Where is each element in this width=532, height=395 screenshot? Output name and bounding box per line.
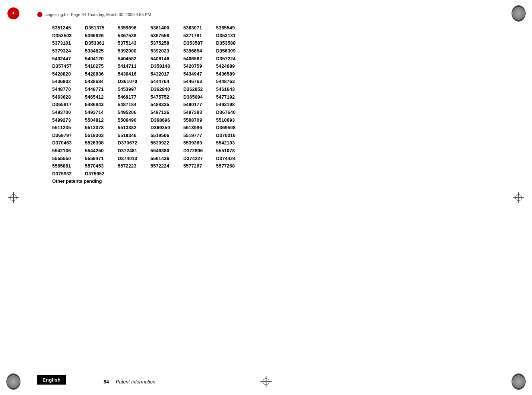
patent-number: D368696 — [151, 117, 183, 124]
mid-left-reg-mark — [7, 191, 20, 204]
patent-row: 55421065544250D3724815546380D37289655510… — [52, 147, 484, 155]
patent-number: 5513078 — [85, 124, 118, 132]
patent-number: D351375 — [85, 24, 118, 32]
patent-number: 5559471 — [85, 155, 118, 163]
patent-number: 5375143 — [118, 39, 151, 47]
patent-number: 5577267 — [183, 162, 216, 170]
patent-number: 5410275 — [85, 63, 118, 70]
patent-number: D358148 — [151, 63, 183, 70]
patent-row: 5351245D35137553596965361400536307153655… — [52, 24, 484, 32]
patent-number: 5428836 — [85, 70, 118, 78]
content-area: 5351245D35137553596965361400536307153655… — [52, 24, 484, 354]
patent-row: 54024475404120540458254061465406562D3572… — [52, 55, 484, 63]
patent-row: 551123555130785513382D3693595513996D3695… — [52, 124, 484, 132]
patent-number: 5446763 — [183, 78, 216, 86]
patent-grid: 5351245D35137553596965361400536307153655… — [52, 24, 484, 178]
patent-row: 549927355048125506490D368696550870955106… — [52, 117, 484, 124]
patent-row: 54368025438684D3610705444764544676354487… — [52, 78, 484, 86]
patent-row: 5373101D35336153751435375258D353587D3535… — [52, 39, 484, 47]
patent-number: 5577268 — [216, 162, 249, 170]
patent-number: 5555550 — [52, 155, 85, 163]
patent-row: 5428820542883654304165432017543494754365… — [52, 70, 484, 78]
patent-number: 5539360 — [183, 139, 216, 147]
patent-number: D370672 — [118, 139, 151, 147]
patent-number: 5497383 — [183, 109, 216, 117]
patent-number: 5371791 — [183, 32, 216, 40]
patent-number: 5499273 — [52, 117, 85, 124]
patent-number: 5448770 — [52, 86, 85, 93]
page-number: 84 — [104, 379, 109, 385]
patent-number: 5396654 — [183, 47, 216, 55]
patent-number: 5367538 — [118, 32, 151, 40]
patent-number: 5384825 — [85, 47, 118, 55]
patent-number: 5504812 — [85, 117, 118, 124]
patent-number: 5448771 — [85, 86, 118, 93]
patent-number: 5414711 — [118, 63, 151, 70]
patent-number: 5506490 — [118, 117, 151, 124]
patent-number: 5511235 — [52, 124, 85, 132]
patent-number: D374013 — [118, 155, 151, 163]
patent-number: 5561436 — [151, 155, 183, 163]
patent-row: D3704635526398D3706725530922553936055421… — [52, 139, 484, 147]
seal-star-icon: ✦ — [11, 11, 16, 16]
patent-number: D369598 — [216, 124, 249, 132]
mid-right-reg-mark — [512, 191, 525, 204]
patent-number: 5526398 — [85, 139, 118, 147]
patent-number: 5565881 — [52, 162, 85, 170]
patent-number: 5519777 — [183, 132, 216, 140]
bottom-center-crosshair-icon — [260, 376, 272, 387]
patent-number: 5351245 — [52, 24, 85, 32]
header-dot-icon — [37, 12, 42, 17]
patent-number: 5486843 — [85, 101, 118, 109]
patent-number: D357457 — [52, 63, 85, 70]
patent-row: 55555505559471D3740135561436D374227D3744… — [52, 155, 484, 163]
patent-number: 5513996 — [183, 124, 216, 132]
patent-number: D370463 — [52, 139, 85, 147]
patent-number: D353131 — [216, 32, 249, 40]
patent-number: 5438684 — [85, 78, 118, 86]
patent-number: 5519346 — [118, 132, 151, 140]
patent-number: D357224 — [216, 55, 249, 63]
patent-number: D362852 — [183, 86, 216, 93]
patent-number: 5551078 — [216, 147, 249, 155]
patent-row: 5565881557045355722235572224557726755772… — [52, 162, 484, 170]
patent-number: D369359 — [151, 124, 183, 132]
patent-number: 5444764 — [151, 78, 183, 86]
patent-row: D3697975519303551934655195065519777D3700… — [52, 132, 484, 140]
patent-number: D356309 — [216, 47, 249, 55]
patent-number: 5469177 — [118, 93, 151, 101]
patent-number: 5420759 — [183, 63, 216, 70]
patent-number: 5508709 — [183, 117, 216, 124]
patent-number: 5373101 — [52, 39, 85, 47]
patent-number: D365817 — [52, 101, 85, 109]
patent-number: 5366826 — [85, 32, 118, 40]
patent-number: 5434947 — [183, 70, 216, 78]
patent-number: 5519303 — [85, 132, 118, 140]
patent-number: D353588 — [216, 39, 249, 47]
patent-number: 5513382 — [118, 124, 151, 132]
patent-number: 5448763 — [216, 78, 249, 86]
patent-number: 5465412 — [85, 93, 118, 101]
patent-number: 5493198 — [216, 101, 249, 109]
patent-number: 5477192 — [216, 93, 249, 101]
patent-number: 5546380 — [151, 147, 183, 155]
patent-number: 5436589 — [216, 70, 249, 78]
patent-number: 5572223 — [118, 162, 151, 170]
patent-number: D361070 — [118, 78, 151, 86]
patent-number: 5365549 — [216, 24, 249, 32]
language-tab: English — [37, 375, 66, 385]
page-label: Patent Information — [112, 379, 155, 385]
patent-row: 5463628546541254691775475752D36509454771… — [52, 93, 484, 101]
patent-number: D353361 — [85, 39, 118, 47]
header-filename: angelsing.bk — [45, 12, 69, 17]
patent-row: D375932D375952 — [52, 170, 484, 178]
patent-number: 5488335 — [151, 101, 183, 109]
patent-number: 5404120 — [85, 55, 118, 63]
patent-number: 5432017 — [151, 70, 183, 78]
patent-number: 5487184 — [118, 101, 151, 109]
patent-number: 5570453 — [85, 162, 118, 170]
patent-number: D374227 — [183, 155, 216, 163]
patent-number: 5544250 — [85, 147, 118, 155]
patent-number: 5406146 — [151, 55, 183, 63]
patent-row: 544877054487715453997D362840D36285254616… — [52, 86, 484, 93]
